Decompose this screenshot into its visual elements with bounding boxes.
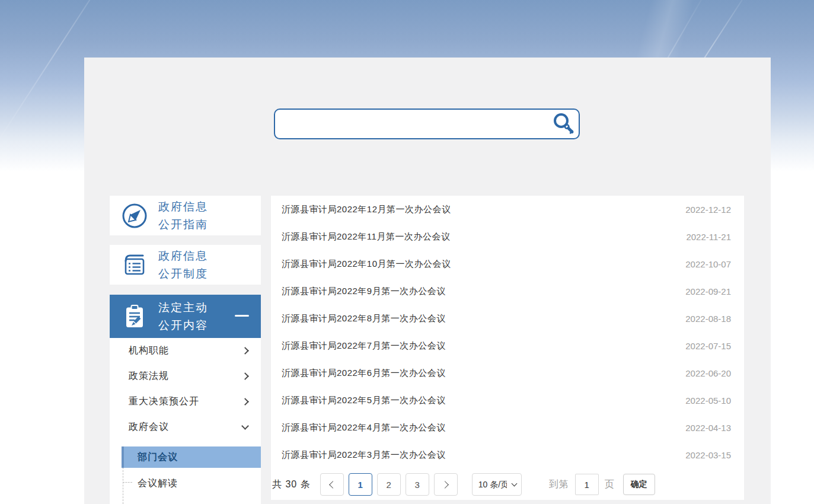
sidebar-item-major-decisions[interactable]: 重大决策预公开 xyxy=(110,389,261,414)
submenu-item-meeting-interpretation[interactable]: 会议解读 xyxy=(110,472,261,495)
confirm-button[interactable]: 确定 xyxy=(623,474,655,495)
list-item-date: 2022-06-20 xyxy=(685,368,731,378)
chevron-right-icon xyxy=(241,372,249,380)
next-page-button[interactable] xyxy=(434,473,458,496)
menu-label: 重大决策预公开 xyxy=(129,395,199,408)
sidebar-card-label: 公开内容 xyxy=(158,317,208,334)
sidebar-card-label: 公开制度 xyxy=(158,265,208,283)
list-item[interactable]: 沂源县审计局2022年12月第一次办公会议 2022-12-12 xyxy=(271,196,744,223)
search-magnifier-icon xyxy=(551,112,575,136)
sidebar-card-info-guide[interactable]: 政府信息 公开指南 xyxy=(110,196,261,235)
list-item-date: 2022-03-15 xyxy=(685,450,731,460)
page-button-3[interactable]: 3 xyxy=(406,473,429,496)
sidebar-card-label: 公开指南 xyxy=(158,216,208,234)
sidebar-card-info-system[interactable]: 政府信息 公开制度 xyxy=(110,245,261,285)
page: 政府信息 公开指南 政府信息 公开制度 xyxy=(0,0,814,504)
submenu-label: 会议解读 xyxy=(138,477,178,490)
list-item[interactable]: 沂源县审计局2022年10月第一次办公会议 2022-10-07 xyxy=(271,250,744,277)
list-item-title[interactable]: 沂源县审计局2022年9月第一次办公会议 xyxy=(282,286,446,297)
submenu-item-department-meetings[interactable]: 部门会议 xyxy=(122,446,261,468)
book-icon xyxy=(120,251,149,279)
menu-label: 政府会议 xyxy=(129,421,169,433)
chevron-right-icon xyxy=(241,347,249,355)
pagination-bar: 共 30 条 1 2 3 10 条/页 到第 页 xyxy=(271,473,744,496)
list-item[interactable]: 沂源县审计局2022年4月第一次办公会议 2022-04-13 xyxy=(271,414,744,441)
search-box xyxy=(274,109,580,139)
list-item-date: 2022-08-18 xyxy=(685,314,731,324)
sidebar-card-label: 政府信息 xyxy=(158,198,208,216)
sidebar-item-gov-meetings[interactable]: 政府会议 xyxy=(110,414,261,440)
list-item-title[interactable]: 沂源县审计局2022年6月第一次办公会议 xyxy=(282,368,446,379)
sidebar-submenu: 机构职能 政策法规 重大决策预公开 政府会议 部 xyxy=(110,338,261,504)
goto-page-unit: 页 xyxy=(605,479,615,491)
sidebar-item-organization[interactable]: 机构职能 xyxy=(110,338,261,363)
list-item[interactable]: 沂源县审计局2022年9月第一次办公会议 2022-09-21 xyxy=(271,277,744,305)
list-item-title[interactable]: 沂源县审计局2022年11月第一次办公会议 xyxy=(282,231,450,243)
chevron-left-icon xyxy=(329,481,337,489)
list-item[interactable]: 沂源县审计局2022年6月第一次办公会议 2022-06-20 xyxy=(271,359,744,387)
search-button[interactable] xyxy=(551,112,575,136)
list-item[interactable]: 沂源县审计局2022年5月第一次办公会议 2022-05-10 xyxy=(271,387,744,414)
sidebar-card-legal-disclosure[interactable]: 法定主动 公开内容 xyxy=(110,295,261,338)
list-item[interactable]: 沂源县审计局2022年11月第一次办公会议 2022-11-21 xyxy=(271,223,744,250)
page-size-select-wrap: 10 条/页 xyxy=(472,473,522,496)
sidebar-card-label: 法定主动 xyxy=(158,299,208,317)
total-count-label: 共 30 条 xyxy=(272,479,311,491)
meeting-list-panel: 沂源县审计局2022年12月第一次办公会议 2022-12-12 沂源县审计局2… xyxy=(271,196,744,500)
list-item[interactable]: 沂源县审计局2022年8月第一次办公会议 2022-08-18 xyxy=(271,305,744,332)
content-container: 政府信息 公开指南 政府信息 公开制度 xyxy=(84,58,771,504)
list-item-title[interactable]: 沂源县审计局2022年7月第一次办公会议 xyxy=(282,340,446,352)
list-item-date: 2022-12-12 xyxy=(685,205,731,215)
chevron-right-icon xyxy=(441,481,449,489)
list-item-date: 2022-11-21 xyxy=(686,232,731,242)
list-item-date: 2022-07-15 xyxy=(685,341,731,351)
sidebar-card-label: 政府信息 xyxy=(158,247,208,265)
list-item-title[interactable]: 沂源县审计局2022年3月第一次办公会议 xyxy=(282,449,446,461)
list-item-title[interactable]: 沂源县审计局2022年12月第一次办公会议 xyxy=(282,204,451,215)
minus-icon xyxy=(235,315,249,317)
list-item-date: 2022-09-21 xyxy=(685,286,731,296)
list-item-title[interactable]: 沂源县审计局2022年4月第一次办公会议 xyxy=(282,422,446,433)
menu-label: 机构职能 xyxy=(129,344,169,357)
list-item-date: 2022-10-07 xyxy=(685,259,731,269)
list-item-title[interactable]: 沂源县审计局2022年8月第一次办公会议 xyxy=(282,313,446,324)
prev-page-button[interactable] xyxy=(320,473,344,496)
goto-page-input[interactable] xyxy=(575,474,599,495)
page-button-2[interactable]: 2 xyxy=(377,473,401,496)
menu-label: 政策法规 xyxy=(129,370,169,382)
list-item-date: 2022-04-13 xyxy=(685,423,731,433)
search-input[interactable] xyxy=(274,109,580,139)
list-item-date: 2022-05-10 xyxy=(685,395,731,406)
sidebar-item-policies[interactable]: 政策法规 xyxy=(110,363,261,389)
submenu-label: 部门会议 xyxy=(138,451,178,464)
chevron-right-icon xyxy=(241,398,249,406)
list-item[interactable]: 沂源县审计局2022年3月第一次办公会议 2022-03-15 xyxy=(271,441,744,468)
compass-icon xyxy=(120,202,149,230)
page-button-1[interactable]: 1 xyxy=(349,473,372,496)
list-item-title[interactable]: 沂源县审计局2022年5月第一次办公会议 xyxy=(282,395,446,406)
list-item-title[interactable]: 沂源县审计局2022年10月第一次办公会议 xyxy=(282,259,451,270)
page-size-select[interactable]: 10 条/页 xyxy=(472,473,522,496)
goto-page-label: 到第 xyxy=(549,479,569,491)
chevron-down-icon xyxy=(241,422,249,430)
list-item[interactable]: 沂源县审计局2022年7月第一次办公会议 2022-07-15 xyxy=(271,332,744,359)
clipboard-pencil-icon xyxy=(120,302,149,331)
